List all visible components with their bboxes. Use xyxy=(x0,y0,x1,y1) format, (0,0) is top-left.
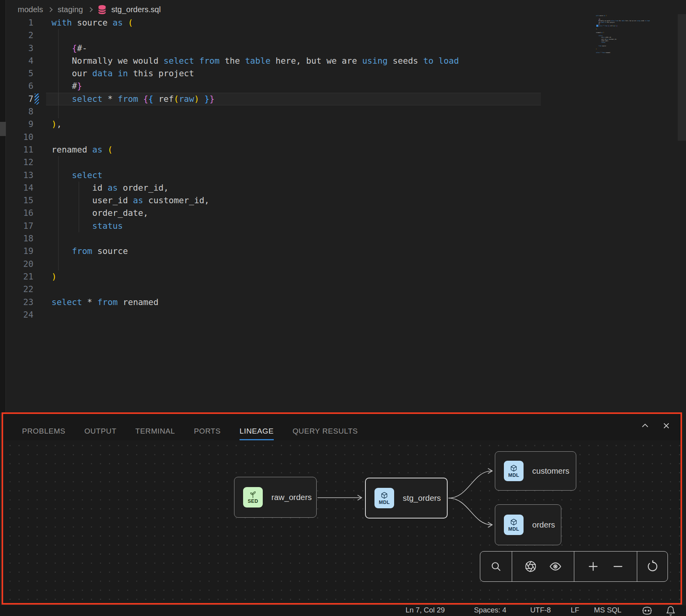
lineage-canvas[interactable]: SED raw_orders MDL stg_orders xyxy=(3,440,680,603)
code-line[interactable]: 16 order_date, xyxy=(6,207,675,219)
line-number: 15 xyxy=(6,194,33,207)
line-number: 12 xyxy=(6,156,33,169)
code-line[interactable]: 2 xyxy=(6,29,675,42)
line-number: 10 xyxy=(6,131,33,143)
line-number: 23 xyxy=(6,296,33,309)
database-icon xyxy=(98,5,107,15)
line-number: 8 xyxy=(6,105,33,118)
node-label: customers xyxy=(532,466,570,476)
code-line[interactable]: 21) xyxy=(6,270,675,283)
maximize-panel-icon[interactable] xyxy=(640,421,650,430)
code-line[interactable]: 5 our data in this project xyxy=(6,67,675,80)
breadcrumb-item-staging[interactable]: staging xyxy=(57,5,83,14)
code-line[interactable]: 3 {#- xyxy=(6,42,675,55)
panel-tabbar: PROBLEMS OUTPUT TERMINAL PORTS LINEAGE Q… xyxy=(3,414,680,440)
code-line[interactable]: 22 xyxy=(6,283,675,296)
line-number: 1 xyxy=(6,17,33,29)
code-line[interactable]: 6 #} xyxy=(6,80,675,92)
breadcrumb-item-file[interactable]: stg_orders.sql xyxy=(111,5,161,14)
badge-label: MDL xyxy=(508,526,519,532)
cube-icon xyxy=(380,491,388,499)
code-line[interactable]: 11renamed as ( xyxy=(6,143,675,156)
code-line[interactable]: 10 xyxy=(6,131,675,143)
line-number: 20 xyxy=(6,258,33,270)
line-number: 3 xyxy=(6,42,33,55)
minimap[interactable]: with source as ( {#- Normally we would s… xyxy=(596,15,677,59)
line-number: 24 xyxy=(6,309,33,321)
code-line[interactable]: 20 xyxy=(6,258,675,270)
tab-problems[interactable]: PROBLEMS xyxy=(22,427,65,440)
line-number: 11 xyxy=(6,143,33,156)
tab-ports[interactable]: PORTS xyxy=(194,427,221,440)
vscode-window: models staging stg_orders.sql 1with sour… xyxy=(0,0,686,616)
line-number: 9 xyxy=(6,118,33,131)
copilot-icon[interactable] xyxy=(641,606,653,616)
code-line[interactable]: 13 select xyxy=(6,169,675,182)
encoding[interactable]: UTF-8 xyxy=(530,606,551,614)
notifications-bell-icon[interactable] xyxy=(666,606,676,616)
eol-sequence[interactable]: LF xyxy=(571,606,579,614)
code-line[interactable]: 7 select * from {{ ref(raw) }} xyxy=(6,93,675,105)
line-number: 17 xyxy=(6,220,33,232)
code-line[interactable]: 15 user_id as customer_id, xyxy=(6,194,675,207)
line-number: 16 xyxy=(6,207,33,219)
search-icon[interactable] xyxy=(490,561,502,572)
breadcrumb-item-models[interactable]: models xyxy=(18,5,43,14)
close-panel-icon[interactable] xyxy=(662,421,671,430)
code-line[interactable]: 19 from source xyxy=(6,245,675,257)
lineage-node-orders[interactable]: MDL orders xyxy=(495,504,561,545)
tab-terminal[interactable]: TERMINAL xyxy=(135,427,175,440)
editor-scrollbar[interactable] xyxy=(678,14,686,141)
line-number: 6 xyxy=(6,80,33,92)
code-line[interactable]: 4 Normally we would select from the tabl… xyxy=(6,55,675,67)
code-line[interactable]: 8 xyxy=(6,105,675,118)
node-label: stg_orders xyxy=(403,493,441,503)
refresh-icon[interactable] xyxy=(646,560,659,573)
code-line[interactable]: 12 xyxy=(6,156,675,169)
code-line[interactable]: 18 xyxy=(6,232,675,245)
bottom-panel: PROBLEMS OUTPUT TERMINAL PORTS LINEAGE Q… xyxy=(3,414,680,603)
indentation-setting[interactable]: Spaces: 4 xyxy=(474,606,506,614)
status-bar: Ln 7, Col 29 Spaces: 4 UTF-8 LF MS SQL xyxy=(0,605,686,616)
sidebar-drag-handle[interactable] xyxy=(0,122,6,136)
seed-badge: SED xyxy=(243,487,263,508)
code-line[interactable]: 1with source as ( xyxy=(6,17,675,29)
badge-label: SED xyxy=(248,498,258,504)
chevron-right-icon xyxy=(88,7,93,12)
line-number: 21 xyxy=(6,270,33,283)
line-number: 7 xyxy=(6,93,33,105)
seedling-icon xyxy=(249,491,257,498)
lineage-node-raw-orders[interactable]: SED raw_orders xyxy=(234,477,317,518)
code-line[interactable]: 24 xyxy=(6,309,675,321)
zoom-in-icon[interactable] xyxy=(587,560,599,573)
code-line[interactable]: 23select * from renamed xyxy=(6,296,675,309)
line-number: 5 xyxy=(6,67,33,80)
model-badge: MDL xyxy=(504,461,524,481)
code-line[interactable]: 9), xyxy=(6,118,675,131)
tab-lineage[interactable]: LINEAGE xyxy=(240,427,274,440)
code-editor[interactable]: 1with source as (2 3 {#-4 Normally we wo… xyxy=(6,17,675,321)
line-number: 14 xyxy=(6,182,33,194)
model-badge: MDL xyxy=(504,515,524,535)
chevron-right-icon xyxy=(48,7,53,12)
tab-output[interactable]: OUTPUT xyxy=(84,427,116,440)
badge-label: MDL xyxy=(508,473,519,478)
lineage-node-customers[interactable]: MDL customers xyxy=(495,451,576,491)
lineage-node-stg-orders[interactable]: MDL stg_orders xyxy=(365,478,448,519)
line-number: 19 xyxy=(6,245,33,257)
line-number: 18 xyxy=(6,232,33,245)
editor-left-gutter-strip xyxy=(0,0,6,413)
tab-query-results[interactable]: QUERY RESULTS xyxy=(293,427,358,440)
minimap-modified-marker xyxy=(596,25,598,27)
model-badge: MDL xyxy=(374,488,394,508)
lineage-toolbar xyxy=(480,551,668,582)
zoom-out-icon[interactable] xyxy=(612,560,624,573)
cursor-position[interactable]: Ln 7, Col 29 xyxy=(406,606,445,614)
code-line[interactable]: 14 id as order_id, xyxy=(6,182,675,194)
aperture-icon[interactable] xyxy=(524,560,537,573)
code-line[interactable]: 17 status xyxy=(6,220,675,232)
line-number: 4 xyxy=(6,55,33,67)
eye-icon[interactable] xyxy=(549,560,562,573)
line-number: 2 xyxy=(6,29,33,42)
language-mode[interactable]: MS SQL xyxy=(594,606,621,614)
